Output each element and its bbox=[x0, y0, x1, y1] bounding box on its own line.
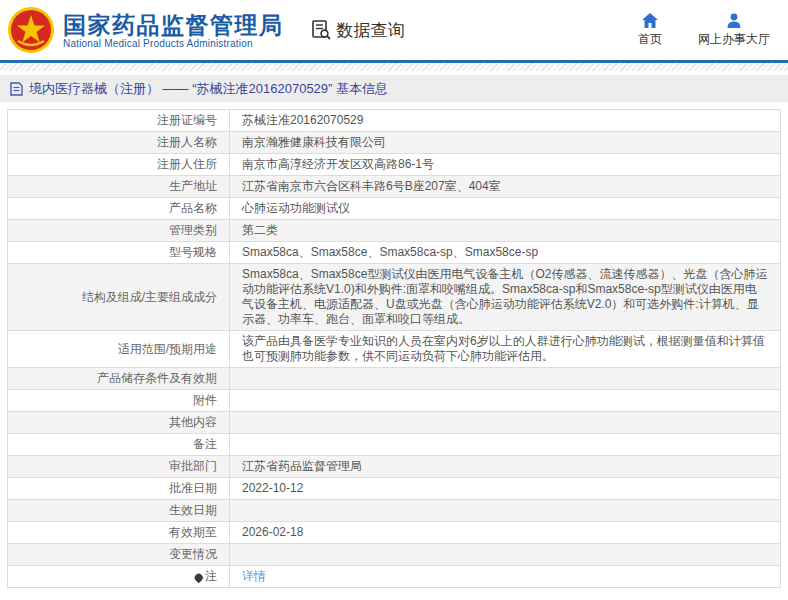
row-value: 江苏省南京市六合区科丰路6号B座207室、404室 bbox=[230, 176, 780, 197]
doc-search-icon bbox=[310, 19, 332, 41]
table-row: 适用范围/预期用途 该产品由具备医学专业知识的人员在室内对6岁以上的人群进行心肺… bbox=[8, 330, 780, 367]
row-value: 2022-10-12 bbox=[230, 478, 780, 499]
row-value: 江苏省药品监督管理局 bbox=[230, 456, 780, 477]
row-label: 结构及组成/主要组成成分 bbox=[8, 264, 230, 330]
row-label: 批准日期 bbox=[8, 478, 230, 499]
note-pin-icon bbox=[193, 572, 204, 583]
table-row: 产品储存条件及有效期 bbox=[8, 367, 780, 389]
row-value bbox=[230, 434, 780, 455]
table-row: 注册人住所 南京市高淳经济开发区双高路86-1号 bbox=[8, 153, 780, 175]
table-row: 备注 bbox=[8, 433, 780, 455]
row-label: 产品储存条件及有效期 bbox=[8, 368, 230, 389]
nmpa-logo: 国家药品监督管理局 National Medical Products Admi… bbox=[8, 7, 284, 53]
hatch-band bbox=[0, 63, 788, 71]
row-label: 管理类别 bbox=[8, 220, 230, 241]
nav-home-label: 首页 bbox=[638, 31, 662, 48]
row-label: 注册人名称 bbox=[8, 132, 230, 153]
row-label: 生产地址 bbox=[8, 176, 230, 197]
row-value: 该产品由具备医学专业知识的人员在室内对6岁以上的人群进行心肺功能测试，根据测量值… bbox=[230, 331, 780, 367]
nav-home[interactable]: 首页 bbox=[638, 13, 662, 48]
row-value: 2026-02-18 bbox=[230, 522, 780, 543]
data-query-label: 数据查询 bbox=[337, 19, 405, 42]
table-row: 有效期至 2026-02-18 bbox=[8, 521, 780, 543]
row-label: 注册证编号 bbox=[8, 110, 230, 131]
home-icon bbox=[642, 13, 658, 28]
table-row: 生效日期 bbox=[8, 499, 780, 521]
row-label: 型号规格 bbox=[8, 242, 230, 263]
row-label: 其他内容 bbox=[8, 412, 230, 433]
row-label: 注册人住所 bbox=[8, 154, 230, 175]
row-label-text: 注 bbox=[205, 569, 217, 584]
row-label: 附件 bbox=[8, 390, 230, 411]
org-name-en: National Medical Products Administration bbox=[63, 38, 284, 49]
row-label: 生效日期 bbox=[8, 500, 230, 521]
org-name-cn: 国家药品监督管理局 bbox=[63, 12, 284, 38]
row-value: Smax58ca、Smax58ce、Smax58ca-sp、Smax58ce-s… bbox=[230, 242, 780, 263]
table-row: 附件 bbox=[8, 389, 780, 411]
row-value: 南京瀚雅健康科技有限公司 bbox=[230, 132, 780, 153]
table-row: 产品名称 心肺运动功能测试仪 bbox=[8, 197, 780, 219]
table-row: 生产地址 江苏省南京市六合区科丰路6号B座207室、404室 bbox=[8, 175, 780, 197]
nav-service-hall[interactable]: 网上办事大厅 bbox=[698, 13, 770, 48]
table-row: 其他内容 bbox=[8, 411, 780, 433]
table-row: 结构及组成/主要组成成分 Smax58ca、Smax58ce型测试仪由医用电气设… bbox=[8, 263, 780, 330]
row-value: 心肺运动功能测试仪 bbox=[230, 198, 780, 219]
page-title-text: 境内医疗器械（注册） —— “苏械注准20162070529” 基本信息 bbox=[29, 80, 388, 98]
row-value bbox=[230, 500, 780, 521]
national-emblem-icon bbox=[8, 7, 54, 53]
table-row: 变更情况 bbox=[8, 543, 780, 565]
nav-service-hall-label: 网上办事大厅 bbox=[698, 31, 770, 48]
row-label: 有效期至 bbox=[8, 522, 230, 543]
row-value: 详情 bbox=[230, 566, 780, 587]
document-icon bbox=[10, 82, 23, 96]
table-row: 型号规格 Smax58ca、Smax58ce、Smax58ca-sp、Smax5… bbox=[8, 241, 780, 263]
row-value: Smax58ca、Smax58ce型测试仪由医用电气设备主机（O2传感器、流速传… bbox=[230, 264, 780, 330]
row-value bbox=[230, 412, 780, 433]
row-label: 产品名称 bbox=[8, 198, 230, 219]
row-label: 审批部门 bbox=[8, 456, 230, 477]
details-link[interactable]: 详情 bbox=[242, 569, 266, 584]
table-row: 管理类别 第二类 bbox=[8, 219, 780, 241]
row-label: 变更情况 bbox=[8, 544, 230, 565]
page-header: 国家药品监督管理局 National Medical Products Admi… bbox=[0, 0, 788, 60]
row-value: 苏械注准20162070529 bbox=[230, 110, 780, 131]
page-title: 境内医疗器械（注册） —— “苏械注准20162070529” 基本信息 bbox=[0, 75, 788, 102]
data-query-tab[interactable]: 数据查询 bbox=[310, 19, 405, 42]
row-value: 第二类 bbox=[230, 220, 780, 241]
row-value bbox=[230, 544, 780, 565]
registration-info-table: 注册证编号 苏械注准20162070529 注册人名称 南京瀚雅健康科技有限公司… bbox=[7, 109, 781, 588]
row-label: 适用范围/预期用途 bbox=[8, 331, 230, 367]
row-label: 备注 bbox=[8, 434, 230, 455]
table-row: 批准日期 2022-10-12 bbox=[8, 477, 780, 499]
table-row: 注 详情 bbox=[8, 565, 780, 587]
row-value bbox=[230, 368, 780, 389]
top-nav: 首页 网上办事大厅 bbox=[638, 13, 770, 48]
table-row: 审批部门 江苏省药品监督管理局 bbox=[8, 455, 780, 477]
row-value bbox=[230, 390, 780, 411]
table-row: 注册人名称 南京瀚雅健康科技有限公司 bbox=[8, 131, 780, 153]
person-icon bbox=[726, 13, 742, 28]
row-value: 南京市高淳经济开发区双高路86-1号 bbox=[230, 154, 780, 175]
table-row: 注册证编号 苏械注准20162070529 bbox=[8, 110, 780, 131]
row-label: 注 bbox=[8, 566, 230, 587]
